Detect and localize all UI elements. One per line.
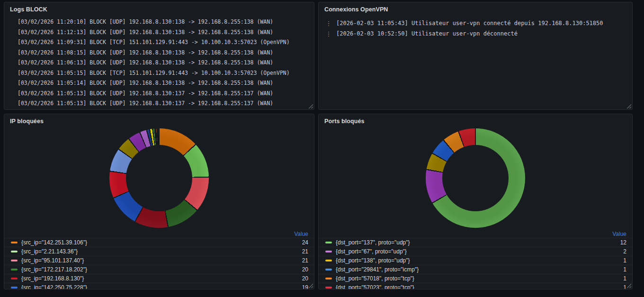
legend-row[interactable]: {src_ip="142.250.75.228"}19 [4, 283, 314, 289]
log-row: ⋮[2026-02-03 11:05:43] Utilisateur user-… [325, 18, 627, 28]
legend-value: 2 [618, 248, 626, 255]
log-line: [03/02/2026 11:05:13] BLOCK [UDP] 192.16… [18, 99, 309, 109]
legend-row[interactable]: {dst_port="67", proto="udp"}2 [319, 247, 632, 256]
legend-label[interactable]: {dst_port="57023", proto="tcp"} [336, 284, 618, 289]
legend-color-dash [325, 269, 332, 270]
log-row-text: [2026-02-03 10:52:50] Utilisateur user-v… [336, 30, 518, 37]
legend-row[interactable]: {src_ip="2.21.143.36"}21 [4, 247, 314, 256]
legend-label[interactable]: {src_ip="142.251.39.106"} [21, 239, 297, 246]
legend-row[interactable]: {dst_port="137", proto="udp"}12 [319, 238, 632, 247]
legend-value: 19 [297, 284, 308, 289]
legend-color-dash [325, 251, 332, 252]
log-line: [03/02/2026 11:09:31] BLOCK [TCP] 151.10… [18, 37, 309, 48]
legend-row[interactable]: {dst_port="29841", proto="icmp"}1 [319, 265, 632, 274]
panel-ip-bloquees: IP bloquées Value {src_ip="142.251.39.10… [4, 114, 314, 289]
ip-legend-table: Value {src_ip="142.251.39.106"}24{src_ip… [4, 230, 314, 289]
legend-row[interactable]: {src_ip="172.217.18.202"}20 [4, 265, 314, 274]
legend-row[interactable]: {dst_port="57018", proto="tcp"}1 [319, 274, 632, 283]
legend-color-dash [11, 287, 18, 288]
legend-color-dash [11, 269, 18, 270]
ports-legend-table: Value {dst_port="137", proto="udp"}12{ds… [319, 230, 632, 289]
log-line: [03/02/2026 11:08:15] BLOCK [UDP] 192.16… [18, 48, 309, 58]
legend-value: 20 [297, 266, 308, 273]
log-line: [03/02/2026 11:20:10] BLOCK [UDP] 192.16… [18, 17, 309, 27]
legend-value: 1 [618, 266, 626, 273]
panel-ports-bloques: Ports bloqués Value {dst_port="137", pro… [318, 114, 633, 289]
log-line: [03/02/2026 11:05:13] BLOCK [UDP] 192.16… [18, 89, 309, 99]
log-line: [03/02/2026 11:06:13] BLOCK [UDP] 192.16… [18, 58, 309, 68]
legend-label[interactable]: {dst_port="138", proto="udp"} [336, 257, 618, 264]
ip-donut-chart[interactable] [109, 128, 209, 228]
log-row-menu-icon[interactable]: ⋮ [325, 20, 332, 27]
legend-row[interactable]: {dst_port="138", proto="udp"}1 [319, 256, 632, 265]
log-line: [03/02/2026 11:12:13] BLOCK [UDP] 192.16… [18, 27, 309, 38]
legend-value: 1 [618, 257, 626, 264]
legend-label[interactable]: {dst_port="29841", proto="icmp"} [336, 266, 618, 273]
log-line: [03/02/2026 11:05:14] BLOCK [UDP] 192.16… [18, 78, 309, 89]
legend-color-dash [11, 242, 18, 243]
legend-value: 20 [297, 275, 308, 282]
legend-row[interactable]: {dst_port="57023", proto="tcp"}1 [319, 283, 632, 289]
legend-label[interactable]: {src_ip="142.250.75.228"} [21, 284, 297, 289]
panel-title-ip-bloquees[interactable]: IP bloquées [4, 114, 314, 126]
legend-label[interactable]: {dst_port="137", proto="udp"} [336, 239, 616, 246]
openvpn-lines: ⋮[2026-02-03 11:05:43] Utilisateur user-… [319, 14, 632, 41]
log-line: [03/02/2026 11:05:15] BLOCK [TCP] 151.10… [18, 68, 309, 79]
log-row: ⋮[2026-02-03 10:52:50] Utilisateur user-… [325, 28, 627, 39]
legend-rows: {src_ip="142.251.39.106"}24{src_ip="2.21… [4, 238, 314, 289]
legend-color-dash [325, 260, 332, 261]
log-row-text: [2026-02-03 11:05:43] Utilisateur user-v… [336, 20, 603, 27]
ip-donut-chart-area [4, 126, 314, 229]
ports-donut-chart[interactable] [426, 128, 525, 228]
legend-rows: {dst_port="137", proto="udp"}12{dst_port… [319, 238, 632, 289]
panel-resize-handle[interactable] [626, 104, 631, 108]
legend-color-dash [325, 278, 332, 279]
legend-value: 12 [616, 239, 626, 246]
legend-label[interactable]: {src_ip="192.168.8.130"} [21, 275, 297, 282]
legend-color-dash [11, 260, 18, 261]
legend-value: 21 [297, 248, 308, 255]
legend-label[interactable]: {src_ip="2.21.143.36"} [21, 248, 297, 255]
legend-value: 1 [618, 275, 626, 282]
logs-block-lines: [03/02/2026 11:20:10] BLOCK [UDP] 192.16… [4, 14, 314, 110]
panel-connexions-openvpn: Connexions OpenVPN ⋮[2026-02-03 11:05:43… [318, 2, 633, 110]
legend-value: 1 [618, 284, 626, 289]
legend-label[interactable]: {dst_port="67", proto="udp"} [336, 248, 618, 255]
legend-label[interactable]: {dst_port="57018", proto="tcp"} [336, 275, 618, 282]
legend-label[interactable]: {src_ip="172.217.18.202"} [21, 266, 297, 273]
ports-donut-chart-area [319, 126, 632, 229]
legend-row[interactable]: {src_ip="95.101.137.40"}21 [4, 256, 314, 265]
legend-color-dash [11, 278, 18, 279]
legend-value: 24 [297, 239, 308, 246]
panel-title-connexions-openvpn[interactable]: Connexions OpenVPN [319, 2, 632, 14]
panel-title-ports-bloques[interactable]: Ports bloqués [319, 114, 632, 126]
legend-row[interactable]: {src_ip="142.251.39.106"}24 [4, 238, 314, 247]
legend-value-header[interactable]: Value [319, 230, 632, 238]
legend-label[interactable]: {src_ip="95.101.137.40"} [21, 257, 297, 264]
legend-value: 21 [297, 257, 308, 264]
panel-title-logs-block[interactable]: Logs BLOCK [4, 2, 314, 14]
log-row-menu-icon[interactable]: ⋮ [325, 31, 332, 37]
legend-row[interactable]: {src_ip="192.168.8.130"}20 [4, 274, 314, 283]
legend-color-dash [325, 242, 332, 243]
legend-value-header[interactable]: Value [4, 230, 314, 238]
legend-color-dash [325, 287, 332, 288]
legend-color-dash [11, 251, 18, 252]
panel-logs-block: Logs BLOCK [03/02/2026 11:20:10] BLOCK [… [4, 2, 314, 110]
